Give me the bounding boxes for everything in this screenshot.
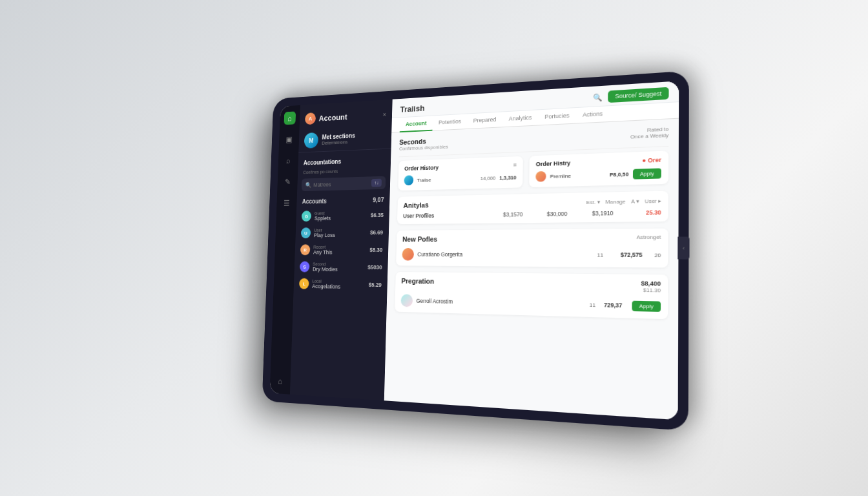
order-history-right-title: Order Histry ● Orer (536, 156, 661, 167)
tab-account[interactable]: Account (400, 116, 433, 133)
order-avatar-right (535, 171, 546, 182)
preparation-row: Gerroll Acrostim 11 729,37 Apply (400, 294, 661, 313)
sidebar-collapse-button[interactable]: ‹ (677, 237, 679, 260)
list-item-avatar: G (302, 211, 312, 222)
order-history-row: Order History ≡ Trailse 14,000 1,3,310 (398, 150, 668, 191)
sidebar-user-section: M Met sections Determinions (298, 125, 391, 152)
sidebar-list: G Guest Spplets $6.35 U User Play Loss $… (290, 207, 389, 394)
profile-row: Curatiano Gorgerita 11 $72,575 20 (402, 248, 661, 262)
tablet-device: ⌂ ▣ ⌕ ✎ ☰ ⌂ A Account × M Met sections (262, 70, 689, 431)
prep-apply-button[interactable]: Apply (632, 300, 661, 311)
profile-avatar (402, 248, 414, 261)
list-item-info: User Play Loss (314, 227, 367, 238)
list-item[interactable]: L Local Acogelations $5.29 (297, 276, 384, 293)
profile-amount: $72,575 (610, 251, 642, 258)
list-icon[interactable]: ☰ (281, 196, 293, 210)
sidebar-close-button[interactable]: × (382, 110, 386, 118)
order-status-badge: ● Orer (642, 156, 661, 164)
list-item-avatar: L (299, 278, 309, 289)
list-item-info: Recent Any This (313, 245, 366, 255)
new-profiles-meta: Astronget (637, 234, 661, 240)
analytics-col1: $3,1570 (482, 211, 523, 218)
tab-actions[interactable]: Actions (576, 106, 610, 123)
prep-avatar (400, 294, 413, 307)
analytics-section: Anitylas Est. ▾ Manage A ▾ User ▸ User P… (397, 191, 668, 224)
list-item-info: Guest Spplets (315, 210, 367, 221)
main-body: Seconds Confirmous disponibles Rated to … (384, 119, 679, 420)
list-item-amount: $5.29 (369, 282, 382, 288)
seconds-meta-sub: Once a Weekly (630, 132, 668, 140)
home-bottom-icon[interactable]: ⌂ (274, 374, 286, 388)
analytics-col2: $30,000 (525, 211, 567, 218)
sidebar-search-input[interactable] (313, 180, 369, 188)
list-item[interactable]: S Second Dry Modies $5030 (298, 259, 385, 276)
preparation-section: Pregration $8,400 $11.30 Gerroll Acrosti… (395, 272, 668, 319)
analytics-col3: $3,1910 (570, 210, 613, 217)
tab-portucies[interactable]: Portucies (538, 108, 576, 125)
list-item-amount: $6.35 (371, 212, 384, 218)
tab-potentios[interactable]: Potentios (432, 114, 467, 131)
tab-prepared[interactable]: Prepared (467, 112, 502, 129)
sidebar: A Account × M Met sections Determinions … (290, 99, 393, 400)
order-history-right-card: Order Histry ● Orer Premline P8,0,50 App… (529, 150, 668, 187)
order-item-left: Trailse 14,000 1,3,310 (404, 172, 516, 185)
sidebar-search-icon: 🔍 (305, 181, 311, 187)
tablet-screen: ⌂ ▣ ⌕ ✎ ☰ ⌂ A Account × M Met sections (270, 81, 679, 420)
list-item-avatar: S (300, 262, 310, 273)
preparation-header: Pregration $8,400 $11.30 (401, 277, 661, 294)
new-profiles-section: New Pofles Astronget Curatiano Gorgerita… (396, 229, 668, 268)
list-item[interactable]: R Recent Any This $8.30 (298, 242, 385, 258)
header-actions: 🔍 Source/ Suggest (593, 87, 668, 104)
list-item-info: Local Acogelations (312, 278, 366, 290)
list-item-info: Second Dry Modies (313, 262, 364, 273)
prep-name: Gerroll Acrostim (416, 298, 585, 308)
profile-name: Curatiano Gorgerita (417, 251, 590, 258)
home-icon[interactable]: ⌂ (284, 111, 296, 125)
order-name-right: Premline (550, 172, 606, 180)
sidebar-accounts-row: Accounts 9,07 (296, 194, 389, 209)
header-search-icon[interactable]: 🔍 (594, 93, 603, 102)
main-content: Traiish 🔍 Source/ Suggest Account Potent… (384, 81, 679, 420)
list-item-amount: $5030 (367, 264, 382, 271)
order-item-right: Premline P8,0,50 Apply (535, 167, 661, 181)
analytics-col-a: A ▾ (631, 198, 639, 205)
list-item-name: Play Loss (314, 232, 367, 238)
analytics-label: User Profiles (403, 212, 480, 219)
analytics-col-manage: Manage (605, 198, 625, 205)
sidebar-user-avatar: M (304, 132, 318, 149)
analytics-col4: 25.30 (616, 209, 661, 217)
order-avatar (404, 175, 413, 185)
analytics-col-est: Est. ▾ (586, 199, 600, 205)
search-icon[interactable]: ⌕ (282, 154, 294, 167)
page-title: Traiish (400, 103, 424, 114)
list-item[interactable]: G Guest Spplets $6.35 (299, 207, 386, 223)
sidebar-user-info: Met sections Determinions (322, 132, 355, 146)
order-history-left-card: Order History ≡ Trailse 14,000 1,3,310 (398, 156, 523, 191)
sidebar-search-box: 🔍 ↑↓ (302, 176, 386, 191)
tab-analytics[interactable]: Analytics (502, 110, 539, 127)
list-item-name: Spplets (315, 214, 367, 222)
order-apply-button[interactable]: Apply (633, 168, 661, 179)
prep-count: 11 (590, 302, 596, 308)
profile-extra: 20 (646, 252, 661, 258)
list-item[interactable]: U User Play Loss $6.69 (298, 224, 386, 240)
order-name: Trailse (417, 176, 477, 183)
analytics-header: Anitylas Est. ▾ Manage A ▾ User ▸ (403, 196, 661, 209)
analytics-data-row: User Profiles $3,1570 $30,000 $3,1910 25… (403, 209, 661, 220)
analytics-col-user: User ▸ (645, 198, 661, 204)
preparation-sub-amount: $11.30 (641, 287, 661, 293)
list-item-name: Dry Modies (313, 266, 364, 273)
list-item-name: Any This (313, 249, 366, 255)
list-item-amount: $8.30 (369, 247, 382, 253)
order-amount: 1,3,310 (499, 174, 516, 181)
order-history-icon: ≡ (513, 161, 517, 168)
preparation-title: Pregration (401, 277, 434, 285)
list-item-avatar: R (300, 244, 311, 255)
prep-amount: 729,37 (604, 302, 622, 309)
suggest-button[interactable]: Source/ Suggest (608, 87, 669, 103)
sidebar-title: Account (319, 112, 347, 123)
preparation-amount: $8,400 (641, 280, 661, 287)
edit-icon[interactable]: ✎ (282, 175, 294, 189)
sidebar-filter-button[interactable]: ↑↓ (371, 179, 382, 187)
chart-icon[interactable]: ▣ (283, 132, 295, 146)
